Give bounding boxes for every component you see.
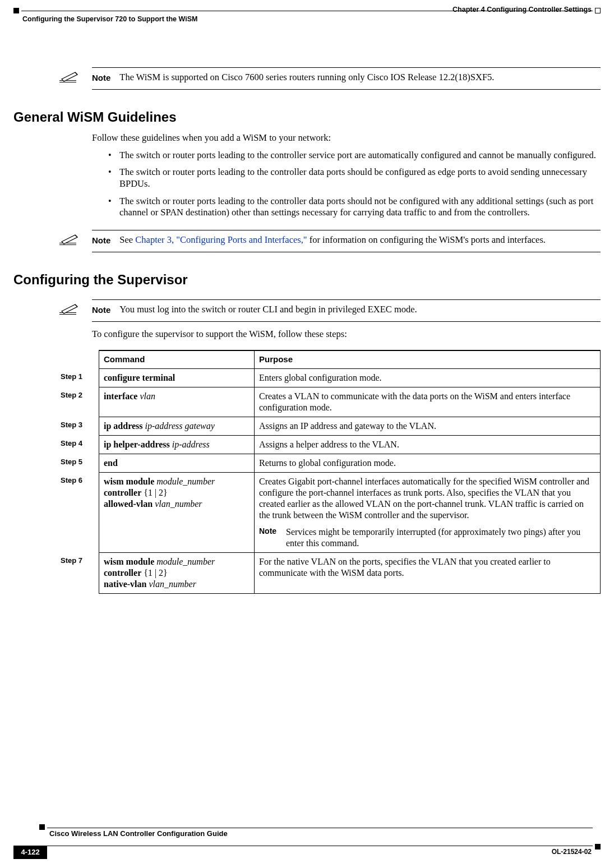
- purpose-cell: Creates Gigabit port-channel interfaces …: [255, 473, 601, 553]
- heading-general-wism-guidelines: General WiSM Guidelines: [13, 109, 601, 126]
- svg-rect-9: [59, 314, 76, 315]
- command-table: Command Purpose Step 1 configure termina…: [58, 350, 601, 594]
- command-cell: interface vlan: [99, 387, 255, 417]
- command-cell: wism module module_number controller {1 …: [99, 553, 255, 594]
- note-label: Note: [92, 71, 110, 84]
- guidelines-bullet: The switch or router ports leading to th…: [106, 196, 601, 219]
- note-rule-top: [92, 299, 601, 300]
- table-row: Step 4 ip helper-address ip-address Assi…: [58, 436, 601, 454]
- step-label: Step 3: [58, 417, 99, 436]
- step-label: Step 5: [58, 454, 99, 473]
- note-rule-bottom: [92, 252, 601, 252]
- command-cell: ip address ip-address gateway: [99, 417, 255, 436]
- note-pencil-icon: [58, 303, 86, 318]
- note-block: Note The WiSM is supported on Cisco 7600…: [58, 67, 601, 90]
- svg-marker-10: [62, 304, 77, 313]
- footer-right-square-icon: [595, 844, 601, 849]
- note-block: Note You must log into the switch or rou…: [58, 299, 601, 322]
- purpose-cell: For the native VLAN on the ports, specif…: [255, 553, 601, 594]
- page-content: Note The WiSM is supported on Cisco 7600…: [13, 56, 601, 594]
- svg-rect-5: [59, 244, 76, 245]
- purpose-cell: Assigns an IP address and gateway to the…: [255, 417, 601, 436]
- note-rule-top: [92, 67, 601, 68]
- header-right-square-icon: [595, 8, 601, 13]
- svg-marker-2: [62, 72, 77, 81]
- svg-rect-1: [59, 82, 76, 82]
- svg-marker-6: [62, 235, 77, 244]
- note-link[interactable]: Chapter 3, "Configuring Ports and Interf…: [135, 234, 307, 245]
- running-header: Chapter 4 Configuring Controller Setting…: [13, 8, 601, 20]
- command-cell: wism module module_number controller {1 …: [99, 473, 255, 553]
- guidelines-bullet: The switch or router ports leading to th…: [106, 150, 601, 161]
- footer-doc-id: OL-21524-02: [552, 848, 592, 856]
- command-cell: configure terminal: [99, 369, 255, 387]
- inline-note-text: Services might be temporarily interrupte…: [286, 527, 595, 549]
- note-text: The WiSM is supported on Cisco 7600 seri…: [119, 71, 601, 84]
- step-label: Step 4: [58, 436, 99, 454]
- note-post: for information on configuring the WiSM'…: [307, 234, 546, 245]
- heading-configuring-supervisor: Configuring the Supervisor: [13, 271, 601, 288]
- table-row: Step 2 interface vlan Creates a VLAN to …: [58, 387, 601, 417]
- note-pre: See: [119, 234, 135, 245]
- steps-intro: To configure the supervisor to support t…: [92, 329, 601, 340]
- command-cell: ip helper-address ip-address: [99, 436, 255, 454]
- guidelines-bullet: The switch or router ports leading to th…: [106, 167, 601, 190]
- inline-note-label: Note: [259, 527, 286, 549]
- table-header-command: Command: [99, 350, 255, 368]
- table-row: Step 5 end Returns to global configurati…: [58, 454, 601, 473]
- table-row: Step 6 wism module module_number control…: [58, 473, 601, 553]
- table-row: Step 7 wism module module_number control…: [58, 553, 601, 594]
- svg-rect-0: [59, 80, 76, 81]
- note-rule-bottom: [92, 89, 601, 90]
- svg-rect-4: [59, 243, 76, 243]
- note-pencil-icon: [58, 234, 86, 248]
- footer-book-title: Cisco Wireless LAN Controller Configurat…: [49, 829, 601, 838]
- purpose-cell: Creates a VLAN to communicate with the d…: [255, 387, 601, 417]
- note-label: Note: [92, 303, 110, 316]
- note-text: You must log into the switch or router C…: [119, 303, 601, 316]
- footer-rule-bottom: [47, 846, 593, 846]
- note-text: See Chapter 3, "Configuring Ports and In…: [119, 234, 601, 246]
- step-label: Step 1: [58, 369, 99, 387]
- table-header-purpose: Purpose: [255, 350, 601, 368]
- table-row: Step 1 configure terminal Enters global …: [58, 369, 601, 387]
- command-cell: end: [99, 454, 255, 473]
- page-number: 4-122: [13, 846, 47, 859]
- footer-rule-top: [47, 828, 593, 828]
- header-section: Configuring the Supervisor 720 to Suppor…: [22, 15, 197, 24]
- step-label: Step 6: [58, 473, 99, 553]
- step-label: Step 7: [58, 553, 99, 594]
- inline-note: Note Services might be temporarily inter…: [259, 527, 595, 549]
- note-block: Note See Chapter 3, "Configuring Ports a…: [58, 230, 601, 252]
- note-rule-bottom: [92, 321, 601, 322]
- purpose-cell: Enters global configuration mode.: [255, 369, 601, 387]
- step-label: Step 2: [58, 387, 99, 417]
- header-left-square-icon: [13, 8, 19, 13]
- guidelines-intro: Follow these guidelines when you add a W…: [92, 132, 601, 144]
- running-footer: Cisco Wireless LAN Controller Configurat…: [13, 828, 601, 859]
- note-label: Note: [92, 234, 110, 246]
- note-rule-top: [92, 230, 601, 230]
- purpose-cell: Assigns a helper address to the VLAN.: [255, 436, 601, 454]
- svg-rect-8: [59, 312, 76, 313]
- purpose-cell: Returns to global configuration mode.: [255, 454, 601, 473]
- footer-square-icon: [39, 824, 45, 830]
- note-pencil-icon: [58, 71, 86, 86]
- table-row: Step 3 ip address ip-address gateway Ass…: [58, 417, 601, 436]
- header-chapter: Chapter 4 Configuring Controller Setting…: [453, 6, 592, 15]
